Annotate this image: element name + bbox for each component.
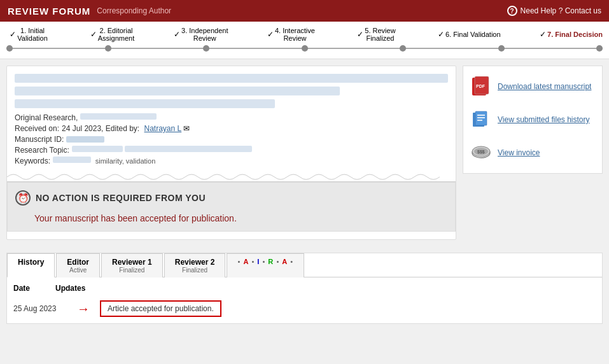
history-action[interactable]: View submitted files history [470, 106, 596, 134]
dot-2 [105, 45, 111, 52]
title-blur-1 [15, 74, 448, 83]
dots [6, 45, 603, 52]
dot-5 [400, 45, 406, 52]
received-label: Received on: [15, 124, 59, 133]
step-2: ✓ 2. EditorialAssignment [90, 27, 135, 42]
tabs-section: History Editor Active Reviewer 1 Finaliz… [6, 253, 603, 324]
step-7-check: ✓ [540, 30, 546, 39]
dot-4 [302, 45, 308, 52]
svg-rect-6 [477, 117, 485, 118]
invoice-label: View invoice [498, 148, 540, 157]
right-panel: PDF Download latest manuscript View subm… [463, 66, 603, 240]
article-info: Original Research, Received on: 24 Jul 2… [15, 74, 448, 165]
step-1-top: ✓ 1. InitialValidation [10, 27, 48, 42]
step-3-top: ✓ 3. IndependentReview [174, 27, 228, 42]
step-7-top: ✓ 7. Final Decision [540, 30, 603, 39]
invoice-action[interactable]: $$$ View invoice [470, 139, 596, 167]
research-topic-label: Research Topic: [15, 146, 69, 155]
progress-line [6, 43, 603, 53]
title-blur-2 [15, 87, 340, 95]
help-icon: ? [507, 6, 517, 16]
step-2-top: ✓ 2. EditorialAssignment [90, 27, 134, 42]
dot-7 [596, 45, 603, 52]
step-5: ✓ 5. ReviewFinalized [354, 27, 398, 42]
help-text: Need Help ? Contact us [521, 6, 601, 15]
tab-history[interactable]: History [7, 253, 55, 277]
aira-dot-4: • [276, 258, 279, 265]
edited-label: Edited by: [106, 124, 139, 133]
step-6-check: ✓ [438, 30, 444, 39]
tab-reviewer1[interactable]: Reviewer 1 Finalized [101, 253, 163, 277]
email-icon: ✉ [183, 124, 190, 133]
ms-id-label: Manuscript ID: [15, 135, 64, 144]
rt-blur-2 [125, 146, 252, 152]
aira-dot-1: • [237, 258, 241, 265]
help-link[interactable]: ? Need Help ? Contact us [507, 6, 601, 16]
history-table: Date Updates 25 Aug 2023 → Article accep… [7, 277, 602, 323]
step-6-label: 6. Final Validation [445, 31, 501, 38]
wave-divider [7, 172, 456, 182]
main-content: Original Research, Received on: 24 Jul 2… [0, 59, 609, 246]
pdf-icon: PDF [470, 75, 493, 98]
step-4: ✓ 4. InteractiveReview [267, 27, 315, 42]
left-panel: Original Research, Received on: 24 Jul 2… [6, 66, 456, 240]
step-2-check: ✓ [90, 30, 97, 39]
tab-reviewer2-label: Reviewer 2 [175, 258, 215, 267]
history-row-0: 25 Aug 2023 → Article accepted for publi… [13, 300, 221, 317]
tab-aira[interactable]: • A • I • R • A • [227, 253, 304, 277]
tab-reviewer2[interactable]: Reviewer 2 Finalized [164, 253, 226, 277]
aira-dot-5: • [290, 258, 293, 265]
row-update-container: → Article accepted for publication. [77, 300, 221, 317]
tab-aira-label: • A • I • R • A • [237, 258, 293, 265]
article-type: Original Research, [15, 113, 78, 122]
steps-flex: ✓ 1. InitialValidation ✓ 2. EditorialAss… [6, 27, 603, 42]
row-update-0: Article accepted for publication. [108, 304, 214, 313]
step-2-label: 2. EditorialAssignment [98, 27, 134, 42]
files-icon [470, 108, 493, 131]
clock-icon: ⏰ [15, 190, 31, 206]
keywords-row: Keywords: similarity, validation [15, 157, 448, 165]
svg-rect-7 [477, 120, 482, 121]
tab-editor[interactable]: Editor Active [56, 253, 100, 277]
dot-1 [6, 45, 13, 52]
app-title: REVIEW FORUM [8, 6, 90, 17]
editor-name[interactable]: Natrayan L [144, 124, 182, 133]
step-4-check: ✓ [267, 30, 274, 39]
step-6-top: ✓ 6. Final Validation [438, 30, 501, 39]
step-3-label: 3. IndependentReview [181, 27, 228, 42]
tab-editor-sub: Active [67, 267, 89, 274]
dot-6 [498, 45, 505, 52]
step-7-label: 7. Final Decision [547, 31, 603, 38]
download-action[interactable]: PDF Download latest manuscript [470, 73, 596, 101]
title-blur-3 [15, 99, 275, 108]
step-7: ✓ 7. Final Decision [540, 30, 603, 39]
step-5-top: ✓ 5. ReviewFinalized [357, 27, 395, 42]
tabs-row: History Editor Active Reviewer 1 Finaliz… [7, 253, 602, 277]
type-blur [80, 113, 157, 120]
step-1-label: 1. InitialValidation [17, 27, 48, 42]
keywords-extra: similarity, validation [95, 157, 156, 165]
aira-dot-3: • [262, 258, 265, 265]
dot-3 [203, 45, 209, 52]
svg-text:PDF: PDF [476, 84, 486, 88]
download-label: Download latest manuscript [498, 82, 591, 91]
progress-steps: ✓ 1. InitialValidation ✓ 2. EditorialAss… [0, 22, 609, 59]
history-header: Date Updates [13, 284, 596, 295]
kw-blur-1 [53, 157, 91, 163]
research-topic-row: Research Topic: [15, 146, 448, 155]
step-3: ✓ 3. IndependentReview [174, 27, 228, 42]
aira-i: I [257, 258, 260, 265]
header-left: REVIEW FORUM Corresponding Author [8, 6, 171, 17]
tab-editor-label: Editor [67, 258, 89, 267]
tab-history-label: History [18, 258, 44, 267]
article-type-row: Original Research, [15, 113, 448, 122]
ms-id-row: Manuscript ID: [15, 135, 448, 144]
step-3-check: ✓ [174, 30, 180, 39]
svg-text:$$$: $$$ [477, 150, 485, 155]
rt-blur-1 [72, 146, 123, 152]
keywords-label: Keywords: [15, 157, 50, 165]
step-1-check: ✓ [10, 30, 16, 39]
step-6: ✓ 6. Final Validation [438, 30, 501, 39]
received-date: 24 Jul 2023, [62, 124, 103, 133]
aira-a2: A [282, 258, 288, 265]
